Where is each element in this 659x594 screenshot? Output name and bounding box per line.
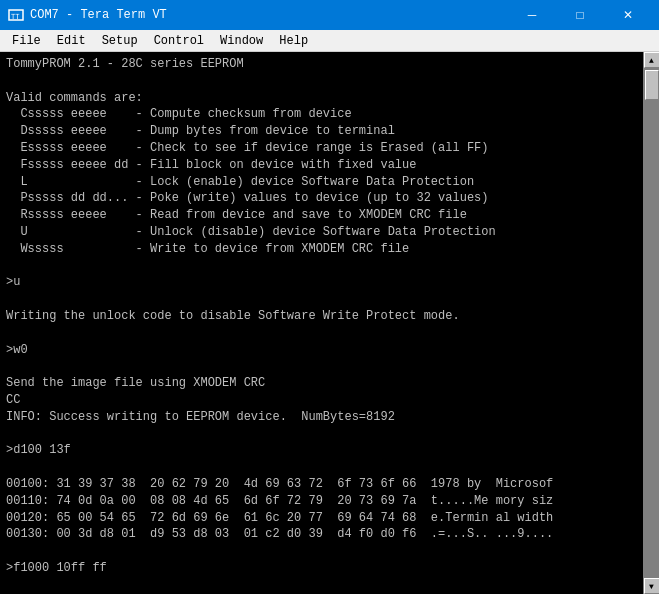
scrollbar[interactable]: ▲ ▼: [643, 52, 659, 594]
terminal-output[interactable]: TommyPROM 2.1 - 28C series EEPROM Valid …: [0, 52, 643, 594]
close-button[interactable]: ✕: [605, 0, 651, 30]
scroll-track[interactable]: [644, 68, 660, 578]
minimize-button[interactable]: ─: [509, 0, 555, 30]
menu-setup[interactable]: Setup: [94, 32, 146, 50]
window-title: COM7 - Tera Term VT: [30, 8, 167, 22]
title-bar: TT COM7 - Tera Term VT ─ □ ✕: [0, 0, 659, 30]
terminal-container: TommyPROM 2.1 - 28C series EEPROM Valid …: [0, 52, 659, 594]
app-icon: TT: [8, 7, 24, 23]
maximize-button[interactable]: □: [557, 0, 603, 30]
svg-text:TT: TT: [11, 13, 20, 21]
menu-edit[interactable]: Edit: [49, 32, 94, 50]
scroll-thumb[interactable]: [645, 70, 659, 100]
menu-window[interactable]: Window: [212, 32, 271, 50]
title-bar-left: TT COM7 - Tera Term VT: [8, 7, 167, 23]
scroll-up-button[interactable]: ▲: [644, 52, 660, 68]
menu-help[interactable]: Help: [271, 32, 316, 50]
scroll-down-button[interactable]: ▼: [644, 578, 660, 594]
title-bar-controls: ─ □ ✕: [509, 0, 651, 30]
menu-bar: File Edit Setup Control Window Help: [0, 30, 659, 52]
menu-file[interactable]: File: [4, 32, 49, 50]
menu-control[interactable]: Control: [146, 32, 212, 50]
